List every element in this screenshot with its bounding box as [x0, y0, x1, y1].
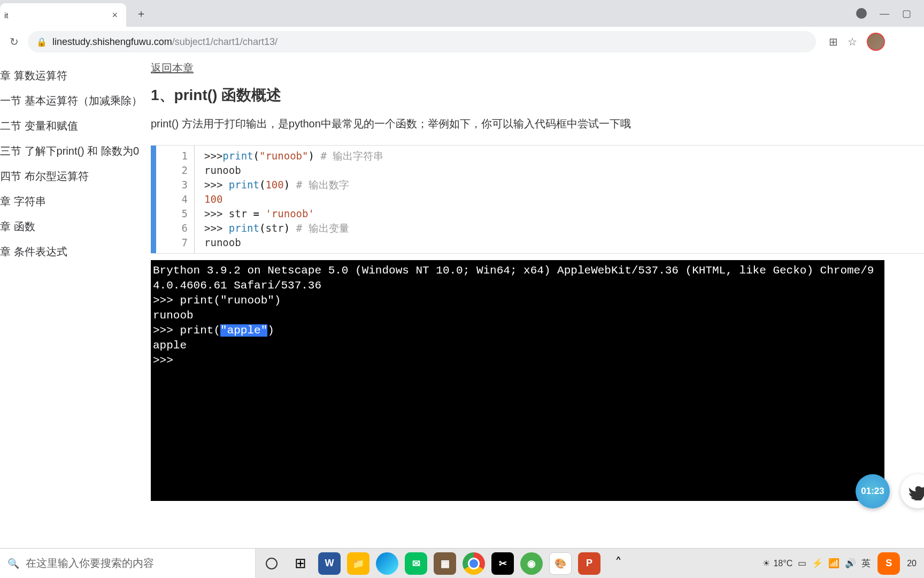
maximize-icon[interactable]: ▢ — [902, 7, 911, 19]
line-number-gutter: 1234567 — [156, 146, 195, 253]
profile-icon[interactable] — [856, 8, 867, 19]
clock[interactable]: 20 — [907, 559, 917, 568]
back-link[interactable]: 返回本章 — [151, 61, 194, 75]
tab-bar: it × ＋ — ▢ — [0, 0, 924, 27]
terminal-line: apple — [153, 338, 882, 353]
code-line: >>> print(100) # 输出数字 — [204, 178, 383, 192]
line-number: 7 — [156, 235, 188, 250]
sidebar-item[interactable]: 一节 基本运算符（加减乘除） — [0, 88, 151, 113]
code-line: 100 — [204, 192, 383, 207]
lock-icon: 🔒 — [36, 37, 47, 47]
terminal-line: >>> print("apple") — [153, 323, 882, 338]
terminal-prompt[interactable]: >>> — [153, 353, 882, 368]
address-bar-actions: ⊞ ☆ — [829, 33, 885, 51]
edge-app[interactable] — [374, 551, 400, 576]
close-icon[interactable]: × — [112, 10, 118, 21]
search-icon: 🔍 — [7, 558, 19, 569]
sun-icon: ☀ — [763, 558, 770, 568]
chrome-app[interactable] — [461, 551, 487, 576]
cortana-icon[interactable] — [259, 551, 284, 576]
code-line: >>> print(str) # 输出变量 — [204, 221, 383, 235]
code-line: >>> str = 'runoob' — [204, 207, 383, 221]
sidebar-item[interactable]: 三节 了解下print() 和 除数为0 — [0, 139, 151, 164]
capcut-app[interactable]: ✂ — [490, 551, 515, 576]
network-icon[interactable]: ⚡ — [812, 558, 823, 569]
bookmark-icon[interactable]: ☆ — [848, 35, 857, 48]
url-input[interactable]: 🔒 linestudy.shishengfuwu.com/subject1/ch… — [28, 31, 816, 52]
window-controls: — ▢ — [856, 7, 924, 19]
minimize-icon[interactable]: — — [880, 8, 889, 19]
code-editor[interactable]: 1234567 >>>print("runoob") # 输出字符串runoob… — [151, 145, 924, 254]
wifi-icon[interactable]: 📶 — [828, 558, 840, 569]
line-number: 2 — [156, 163, 188, 178]
code-line: runoob — [204, 163, 383, 178]
battery-icon[interactable]: ▭ — [798, 558, 806, 569]
address-bar: ↻ 🔒 linestudy.shishengfuwu.com/subject1/… — [0, 27, 924, 57]
editor-accent — [151, 146, 156, 253]
browser-tab[interactable]: it × — [0, 3, 126, 27]
code-line: >>>print("runoob") # 输出字符串 — [204, 149, 383, 163]
sidebar-item[interactable]: 二节 变量和赋值 — [0, 113, 151, 139]
main-content: 返回本章 1、print() 函数概述 print() 方法用于打印输出，是py… — [151, 57, 924, 548]
sidebar-item[interactable]: 章 函数 — [0, 214, 151, 239]
word-app[interactable]: W — [317, 551, 342, 576]
line-number: 4 — [156, 192, 188, 207]
code-line: runoob — [204, 235, 383, 250]
explorer-app[interactable]: 📁 — [345, 551, 371, 576]
weather-widget[interactable]: ☀ 18°C — [763, 558, 792, 568]
line-number: 3 — [156, 178, 188, 192]
sogou-app[interactable]: S — [876, 551, 902, 576]
task-view-icon[interactable]: ⊞ — [288, 551, 313, 576]
timer-badge[interactable]: 01:23 — [856, 474, 890, 508]
taskbar-apps: ⊞ W 📁 ✉ ▦ ✂ ◉ 🎨 P ˄ — [256, 551, 755, 576]
install-icon[interactable]: ⊞ — [829, 35, 838, 48]
new-tab-button[interactable]: ＋ — [133, 5, 150, 22]
line-number: 1 — [156, 149, 188, 163]
page-description: print() 方法用于打印输出，是python中最常见的一个函数；举例如下，你… — [151, 115, 924, 132]
ime-indicator[interactable]: 英 — [861, 557, 871, 569]
avatar[interactable] — [867, 33, 885, 51]
tab-title: it — [4, 11, 9, 20]
line-number: 6 — [156, 221, 188, 235]
taskbar: 🔍 在这里输入你要搜索的内容 ⊞ W 📁 ✉ ▦ ✂ ◉ 🎨 P ˄ ☀ 18°… — [0, 548, 924, 578]
app-green[interactable]: ◉ — [519, 551, 544, 576]
code-lines: >>>print("runoob") # 输出字符串runoob>>> prin… — [195, 146, 383, 253]
terminal[interactable]: Brython 3.9.2 on Netscape 5.0 (Windows N… — [151, 260, 884, 501]
paint-app[interactable]: 🎨 — [548, 551, 573, 576]
url-text: linestudy.shishengfuwu.com/subject1/char… — [52, 36, 278, 48]
bird-icon[interactable] — [900, 474, 924, 508]
search-placeholder: 在这里输入你要搜索的内容 — [26, 556, 154, 571]
reload-button[interactable]: ↻ — [6, 34, 21, 49]
taskbar-search[interactable]: 🔍 在这里输入你要搜索的内容 — [0, 549, 256, 578]
sidebar-item[interactable]: 四节 布尔型运算符 — [0, 164, 151, 189]
volume-icon[interactable]: 🔊 — [845, 558, 856, 569]
wechat-app[interactable]: ✉ — [403, 551, 429, 576]
tray-expand-icon[interactable]: ˄ — [605, 551, 631, 576]
sidebar-item[interactable]: 章 算数运算符 — [0, 63, 151, 88]
line-number: 5 — [156, 207, 188, 221]
browser-chrome: it × ＋ — ▢ ↻ 🔒 linestudy.shishengfuwu.co… — [0, 0, 924, 57]
powerpoint-app[interactable]: P — [576, 551, 602, 576]
sidebar-item[interactable]: 章 字符串 — [0, 189, 151, 214]
system-tray: ☀ 18°C ▭ ⚡ 📶 🔊 英 S 20 — [755, 551, 924, 576]
page-content: 章 算数运算符一节 基本运算符（加减乘除）二节 变量和赋值三节 了解下print… — [0, 57, 924, 548]
app-generic[interactable]: ▦ — [432, 551, 458, 576]
sidebar-item[interactable]: 章 条件表达式 — [0, 239, 151, 264]
page-title: 1、print() 函数概述 — [151, 85, 924, 105]
sidebar: 章 算数运算符一节 基本运算符（加减乘除）二节 变量和赋值三节 了解下print… — [0, 57, 151, 548]
